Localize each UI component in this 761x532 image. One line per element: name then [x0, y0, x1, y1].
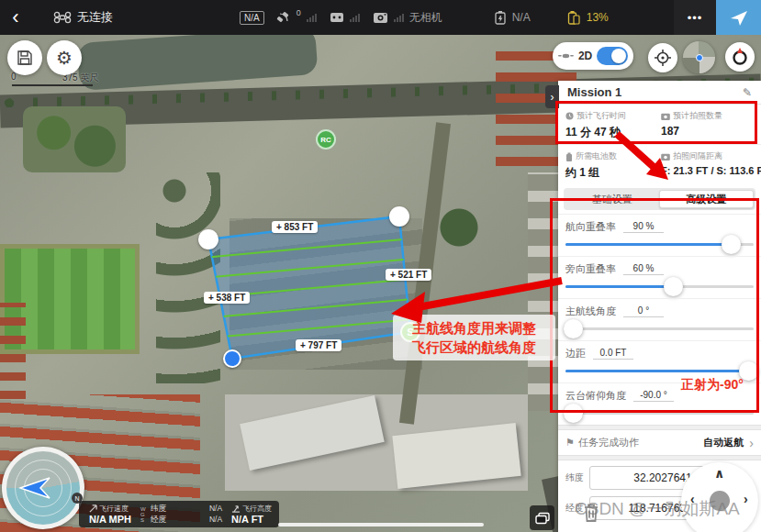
back-button[interactable]: ‹: [0, 0, 31, 35]
gps-signal-bars: [307, 14, 317, 22]
scale-bar: [12, 84, 93, 86]
map-layers-button[interactable]: [530, 505, 554, 530]
battery-count-icon: [565, 152, 573, 161]
tab-basic-settings[interactable]: 基础设置: [565, 190, 659, 208]
minimap-position-dot: [696, 54, 703, 61]
settings-tabs: 基础设置 高级设置: [564, 188, 755, 210]
route-angle-value[interactable]: 0 °: [623, 305, 664, 317]
rc-status: [330, 11, 360, 24]
polygon-vertex-handle[interactable]: [389, 206, 409, 227]
speed-icon: [89, 504, 97, 513]
flight-mode-badge: N/A: [240, 11, 264, 25]
rc-battery-icon: [567, 10, 581, 25]
save-mission-button[interactable]: [7, 40, 42, 75]
edit-mission-name-button[interactable]: ✎: [743, 86, 752, 99]
camera-status: 无相机: [409, 10, 442, 26]
connection-status: 无连接: [77, 9, 113, 26]
compass-reset-button[interactable]: [725, 42, 755, 72]
scale-zero: 0: [11, 72, 17, 82]
slider-handle[interactable]: [564, 319, 583, 338]
wgs-label: WGS: [140, 506, 147, 523]
aircraft-connection: 无连接: [53, 9, 113, 26]
photo-count-value: 187: [661, 125, 754, 138]
edge-length-right: + 521 FT: [386, 269, 431, 281]
latitude-label: 纬度: [565, 471, 589, 484]
layers-icon: [535, 512, 550, 525]
mission-panel: Mission 1 ✎ 预计飞行时间 11 分 47 秒 预计拍照数量 187 …: [558, 81, 761, 532]
finish-action-row[interactable]: ⚑ 任务完成动作 自动返航 ›: [558, 430, 761, 455]
edge-length-bottom: + 797 FT: [296, 339, 341, 351]
minimap-layer-button[interactable]: [683, 41, 715, 73]
slider-side-overlap: 旁向重叠率60 %: [558, 256, 761, 298]
slider-course-overlap: 航向重叠率90 %: [558, 214, 761, 256]
crosshair-icon: [654, 49, 672, 67]
drone-icon: [53, 11, 72, 24]
stats-row-2: 所需电池数 约 1 组 拍照间隔距离 F: 21.3 FT / S: 113.6…: [558, 144, 761, 184]
flag-icon: ⚑: [565, 437, 575, 449]
locate-button[interactable]: [648, 43, 677, 72]
start-point-marker[interactable]: S: [400, 322, 420, 342]
course-overlap-slider[interactable]: [565, 243, 754, 246]
trash-icon[interactable]: [582, 502, 600, 524]
course-overlap-value[interactable]: 90 %: [623, 221, 664, 233]
remote-controller-icon: [330, 11, 344, 24]
2d-toggle[interactable]: [597, 47, 628, 65]
chevron-right-icon: ›: [749, 436, 754, 450]
altitude-value: N/A FT: [231, 514, 272, 525]
gimbal-note: 正射为-90°: [681, 377, 744, 393]
camera-status-group: 无相机: [373, 10, 442, 26]
tab-advanced-settings[interactable]: 高级设置: [659, 190, 755, 208]
nudge-left-button[interactable]: ‹: [690, 492, 695, 506]
settings-button[interactable]: ⚙: [47, 40, 82, 75]
battery-count-value: 约 1 组: [565, 165, 661, 181]
satellite-count: 0: [297, 8, 301, 17]
altitude-icon: [231, 504, 241, 513]
nudge-dpad: ∧ ‹ ›: [681, 462, 758, 532]
2d-label: 2D: [578, 50, 592, 62]
polygon-vertex-handle[interactable]: [198, 229, 218, 249]
margin-slider[interactable]: [565, 370, 754, 372]
mission-title: Mission 1: [567, 85, 621, 99]
nudge-center-dot[interactable]: [710, 491, 730, 511]
slider-handle[interactable]: [564, 404, 583, 423]
map-mode-toggle[interactable]: 2D: [553, 42, 633, 70]
telemetry-lat-value: N/A: [209, 504, 222, 515]
clock-icon: [565, 112, 574, 120]
side-overlap-slider[interactable]: [565, 285, 754, 288]
rc-signal-bars: [350, 14, 360, 22]
aircraft-heading-arrow: [18, 474, 57, 502]
aircraft-battery-value: N/A: [512, 11, 531, 24]
slider-handle[interactable]: [722, 235, 741, 254]
panel-collapse-handle[interactable]: ›: [545, 85, 559, 108]
photo-interval-icon: [661, 153, 670, 161]
gimbal-pitch-value[interactable]: -90.0 °: [633, 390, 674, 402]
nudge-up-button[interactable]: ∧: [714, 466, 724, 481]
camera-signal-bars: [394, 14, 404, 22]
satellite-icon: [275, 11, 291, 25]
takeoff-button[interactable]: [716, 0, 761, 35]
polygon-vertex-selected[interactable]: [223, 349, 241, 368]
rc-battery-value: 13%: [587, 11, 609, 24]
compass-icon: [730, 47, 750, 67]
nudge-right-button[interactable]: ›: [744, 492, 748, 506]
aircraft-battery-group: N/A: [494, 10, 531, 25]
side-overlap-value[interactable]: 60 %: [623, 263, 664, 275]
photo-interval-value: F: 21.3 FT / S: 113.6 FT: [661, 165, 761, 176]
telemetry-bar: 飞行速度 N/A MPH WGS 纬度N/A 经度N/A 飞行高度 N/A FT: [79, 501, 279, 527]
route-angle-slider[interactable]: [565, 327, 754, 330]
camera-icon: [373, 11, 388, 24]
top-status-bar: ‹ 无连接 N/A 0 无相机 N/A 13% •••: [0, 0, 761, 35]
slider-handle[interactable]: [664, 277, 683, 296]
gimbal-pitch-slider[interactable]: [565, 412, 754, 415]
margin-value[interactable]: 0.0 FT: [593, 348, 633, 360]
attitude-compass-widget[interactable]: N: [2, 447, 84, 529]
horizontal-scrollbar[interactable]: [278, 523, 484, 526]
stats-row-1: 预计飞行时间 11 分 47 秒 预计拍照数量 187: [558, 105, 761, 144]
save-icon: [17, 50, 33, 66]
gear-icon: ⚙: [56, 47, 73, 69]
edge-length-top: + 853 FT: [272, 221, 318, 233]
more-menu-button[interactable]: •••: [674, 0, 716, 35]
edge-length-left: + 538 FT: [204, 292, 250, 304]
aircraft-battery-icon: [494, 10, 507, 25]
slider-route-angle: 主航线角度0 °: [558, 298, 761, 340]
